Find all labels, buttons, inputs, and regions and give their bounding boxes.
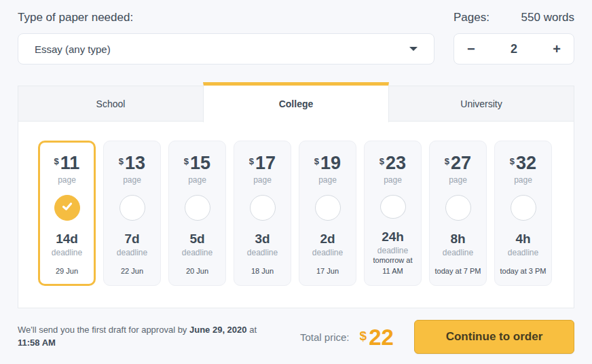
paper-type-value: Essay (any type) xyxy=(35,43,111,55)
deadline-options: $ 11 page 14d deadline 29 Jun $ 13 page xyxy=(38,141,574,286)
order-form: Type of paper needed: Pages: 550 words E… xyxy=(0,0,592,354)
total-price-label: Total price: xyxy=(300,331,350,343)
currency-symbol: $ xyxy=(445,156,449,166)
deadline-option-card[interactable]: $ 11 page 14d deadline 29 Jun xyxy=(38,141,96,286)
deadline-label: deadline xyxy=(117,248,147,257)
draft-approval-note: We'll send you the first draft for appro… xyxy=(18,324,272,350)
deadline-label: deadline xyxy=(508,248,538,257)
currency-symbol: $ xyxy=(54,156,59,166)
header-row: Type of paper needed: Pages: 550 words xyxy=(18,11,574,24)
currency-symbol: $ xyxy=(380,156,384,166)
deadline-option-card[interactable]: $ 27 page 8h deadline today at 7 PM xyxy=(429,141,487,286)
price-per-page: $ 17 xyxy=(249,154,276,172)
price-per-page: $ 32 xyxy=(510,154,536,172)
decrease-pages-button[interactable]: − xyxy=(467,42,475,56)
deadline-label: deadline xyxy=(247,248,278,257)
deadline-date: 29 Jun xyxy=(56,266,78,276)
paper-type-label: Type of paper needed: xyxy=(18,11,133,24)
price-amount: 17 xyxy=(255,154,276,172)
per-page-label: page xyxy=(188,175,206,185)
currency-symbol: $ xyxy=(119,156,124,166)
continue-to-order-button[interactable]: Continue to order xyxy=(414,320,574,354)
deadline-radio[interactable] xyxy=(250,195,276,221)
check-icon xyxy=(61,200,73,215)
price-per-page: $ 13 xyxy=(119,154,145,172)
per-page-label: page xyxy=(58,175,76,185)
paper-type-select[interactable]: Essay (any type) xyxy=(18,33,434,65)
deadline-radio[interactable] xyxy=(54,195,80,221)
deadline-date: 17 Jun xyxy=(316,266,339,276)
deadline-date: 22 Jun xyxy=(121,266,143,276)
price-amount: 11 xyxy=(60,154,80,172)
price-amount: 23 xyxy=(386,154,406,172)
deadline-date: today at 3 PM xyxy=(500,266,547,276)
total-amount: 22 xyxy=(369,326,394,348)
words-info: 550 words xyxy=(521,11,574,24)
tab-university[interactable]: University xyxy=(388,86,574,122)
deadline-option-card[interactable]: $ 32 page 4h deadline today at 3 PM xyxy=(494,141,552,286)
deadline-label: deadline xyxy=(182,248,212,257)
draft-note-prefix: We'll send you the first draft for appro… xyxy=(18,325,189,335)
currency-symbol: $ xyxy=(314,156,319,166)
price-per-page: $ 15 xyxy=(184,154,210,172)
deadline-value: 7d xyxy=(124,232,139,245)
chevron-down-icon xyxy=(409,47,418,51)
per-page-label: page xyxy=(384,175,402,185)
pages-header: Pages: 550 words xyxy=(454,11,574,24)
price-amount: 19 xyxy=(320,154,341,172)
tab-college[interactable]: College xyxy=(203,82,389,122)
price-amount: 27 xyxy=(451,154,471,172)
deadline-value: 14d xyxy=(56,232,78,245)
deadline-date: 20 Jun xyxy=(186,266,208,276)
deadline-value: 3d xyxy=(255,232,270,245)
price-per-page: $ 23 xyxy=(380,154,406,172)
deadline-value: 4h xyxy=(515,232,530,245)
total-price-block: Total price: $ 22 xyxy=(300,326,394,348)
price-per-page: $ 27 xyxy=(445,154,471,172)
deadline-radio[interactable] xyxy=(380,195,406,219)
price-amount: 13 xyxy=(125,154,145,172)
per-page-label: page xyxy=(318,175,337,185)
deadline-option-card[interactable]: $ 15 page 5d deadline 20 Jun xyxy=(168,141,226,286)
deadline-value: 2d xyxy=(320,232,335,245)
deadline-option-card[interactable]: $ 19 page 2d deadline 17 Jun xyxy=(299,141,356,286)
deadline-label: deadline xyxy=(377,246,408,255)
deadline-radio[interactable] xyxy=(185,195,210,221)
deadline-date: 18 Jun xyxy=(251,266,274,276)
pages-value: 2 xyxy=(511,42,517,56)
currency-symbol: $ xyxy=(249,156,254,166)
price-per-page: $ 19 xyxy=(314,154,341,172)
deadline-radio[interactable] xyxy=(315,195,341,221)
deadline-label: deadline xyxy=(443,248,473,257)
deadline-date: today at 7 PM xyxy=(435,266,481,276)
deadline-radio[interactable] xyxy=(511,195,536,221)
deadline-option-card[interactable]: $ 13 page 7d deadline 22 Jun xyxy=(103,141,161,286)
total-currency-symbol: $ xyxy=(360,329,367,344)
price-amount: 32 xyxy=(516,154,536,172)
total-price-value: $ 22 xyxy=(360,326,394,348)
deadline-option-card[interactable]: $ 23 page 24h deadline tomorrow at 11 AM xyxy=(364,141,422,286)
per-page-label: page xyxy=(123,175,141,185)
deadline-option-card[interactable]: $ 17 page 3d deadline 18 Jun xyxy=(234,141,291,286)
footer-row: We'll send you the first draft for appro… xyxy=(18,320,574,354)
draft-note-mid: at xyxy=(247,325,257,335)
increase-pages-button[interactable]: + xyxy=(553,42,561,56)
deadline-label: deadline xyxy=(312,248,343,257)
per-page-label: page xyxy=(253,175,272,185)
tab-school[interactable]: School xyxy=(18,86,204,122)
price-amount: 15 xyxy=(190,154,210,172)
per-page-label: page xyxy=(449,175,467,185)
currency-symbol: $ xyxy=(184,156,189,166)
deadline-value: 5d xyxy=(189,232,204,245)
level-tabs: School College University xyxy=(18,82,574,122)
deadline-value: 24h xyxy=(382,230,404,243)
controls-row: Essay (any type) − 2 + xyxy=(18,33,574,65)
deadline-radio[interactable] xyxy=(445,195,471,221)
pages-label: Pages: xyxy=(454,11,489,24)
pages-stepper: − 2 + xyxy=(454,33,574,65)
price-per-page: $ 11 xyxy=(54,154,80,172)
draft-date: June 29, 2020 xyxy=(189,325,247,335)
deadline-radio[interactable] xyxy=(119,195,145,221)
deadline-panel: $ 11 page 14d deadline 29 Jun $ 13 page xyxy=(18,121,574,308)
deadline-date: tomorrow at 11 AM xyxy=(369,255,418,276)
